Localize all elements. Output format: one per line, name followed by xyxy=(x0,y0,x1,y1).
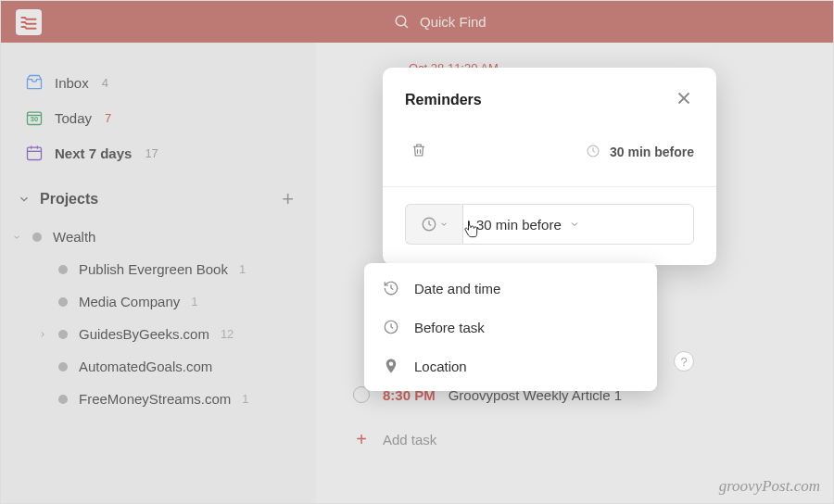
search-placeholder: Quick Find xyxy=(420,14,486,30)
reminder-type-dropdown: Date and time Before task Location xyxy=(364,263,657,391)
chevron-down-icon xyxy=(439,220,449,229)
project-bullet-icon xyxy=(58,297,68,307)
project-item[interactable]: Media Company 1 xyxy=(1,285,316,318)
nav-inbox-label: Inbox xyxy=(55,75,89,91)
project-bullet-icon xyxy=(58,265,68,274)
app-logo[interactable] xyxy=(16,9,42,35)
search-icon xyxy=(394,14,411,31)
chevron-right-icon xyxy=(38,330,47,339)
project-bullet-icon xyxy=(58,330,68,339)
project-label: FreeMoneyStreams.com xyxy=(79,391,231,407)
nav-next7[interactable]: Next 7 days 17 xyxy=(1,135,316,170)
popover-title: Reminders xyxy=(405,92,482,108)
nav-inbox[interactable]: Inbox 4 xyxy=(1,65,316,100)
project-wealth[interactable]: Wealth xyxy=(1,220,316,253)
dropdown-label: Location xyxy=(414,359,467,374)
nav-today-label: Today xyxy=(55,110,92,126)
inbox-icon xyxy=(25,73,44,92)
nav-next7-label: Next 7 days xyxy=(55,145,132,161)
trash-icon xyxy=(411,142,427,158)
project-label: AutomatedGoals.com xyxy=(79,359,212,374)
clock-icon xyxy=(421,216,437,233)
add-task-button[interactable]: + Add task xyxy=(353,418,796,461)
help-button[interactable]: ? xyxy=(674,351,694,372)
projects-label: Projects xyxy=(40,191,98,208)
svg-line-1 xyxy=(404,24,408,28)
existing-reminder-value: 30 min before xyxy=(586,144,694,161)
project-count: 12 xyxy=(221,327,234,341)
reminder-value-label: 30 min before xyxy=(476,217,562,233)
existing-reminder-row: 30 min before xyxy=(383,127,716,187)
dropdown-label: Before task xyxy=(414,320,485,335)
dropdown-label: Date and time xyxy=(414,281,500,296)
sidebar: Inbox 4 30 Today 7 Next 7 days 17 Projec… xyxy=(1,43,316,503)
nav-next7-count: 17 xyxy=(145,146,158,160)
project-item[interactable]: Publish Evergreen Book 1 xyxy=(1,253,316,285)
chevron-down-icon xyxy=(18,193,31,206)
app-header: Quick Find xyxy=(1,1,833,43)
chevron-down-icon xyxy=(569,219,580,230)
project-label: Publish Evergreen Book xyxy=(79,261,228,277)
reminder-type-selector[interactable] xyxy=(405,204,462,245)
close-icon xyxy=(674,88,694,108)
clock-icon xyxy=(586,144,600,161)
location-icon xyxy=(383,358,401,374)
project-count: 1 xyxy=(191,295,197,309)
watermark: groovyPost.com xyxy=(719,477,820,496)
clock-icon xyxy=(383,319,401,335)
project-item[interactable]: FreeMoneyStreams.com 1 xyxy=(1,383,316,415)
chevron-down-icon xyxy=(12,233,21,242)
project-label: GuidesByGeeks.com xyxy=(79,326,209,342)
dropdown-date-and-time[interactable]: Date and time xyxy=(364,269,657,308)
plus-icon: + xyxy=(353,429,370,450)
project-item[interactable]: AutomatedGoals.com xyxy=(1,350,316,383)
project-count: 1 xyxy=(239,262,246,276)
project-bullet-icon xyxy=(58,395,68,404)
reminders-popover: Reminders 30 min before 30 min before ? xyxy=(383,68,716,265)
today-icon: 30 xyxy=(25,108,44,127)
add-task-label: Add task xyxy=(383,432,436,447)
svg-text:30: 30 xyxy=(31,115,38,123)
project-bullet-icon xyxy=(32,233,42,242)
history-icon xyxy=(383,280,401,296)
delete-reminder-button[interactable] xyxy=(405,136,433,168)
svg-point-0 xyxy=(396,16,406,26)
reminder-value-selector[interactable]: 30 min before xyxy=(462,204,694,245)
search-bar[interactable]: Quick Find xyxy=(394,14,486,31)
project-bullet-icon xyxy=(58,362,68,372)
project-count: 1 xyxy=(242,392,248,406)
nav-today[interactable]: 30 Today 7 xyxy=(1,100,316,135)
projects-header[interactable]: Projects + xyxy=(1,170,316,220)
close-button[interactable] xyxy=(674,88,694,112)
calendar-icon xyxy=(25,144,44,162)
project-wealth-label: Wealth xyxy=(53,229,95,245)
nav-today-count: 7 xyxy=(105,111,111,125)
add-project-button[interactable]: + xyxy=(282,187,297,211)
project-label: Media Company xyxy=(79,294,180,309)
svg-rect-5 xyxy=(28,147,42,159)
project-item[interactable]: GuidesByGeeks.com 12 xyxy=(1,318,316,350)
dropdown-location[interactable]: Location xyxy=(364,346,657,385)
dropdown-before-task[interactable]: Before task xyxy=(364,308,657,346)
nav-inbox-count: 4 xyxy=(102,76,108,90)
